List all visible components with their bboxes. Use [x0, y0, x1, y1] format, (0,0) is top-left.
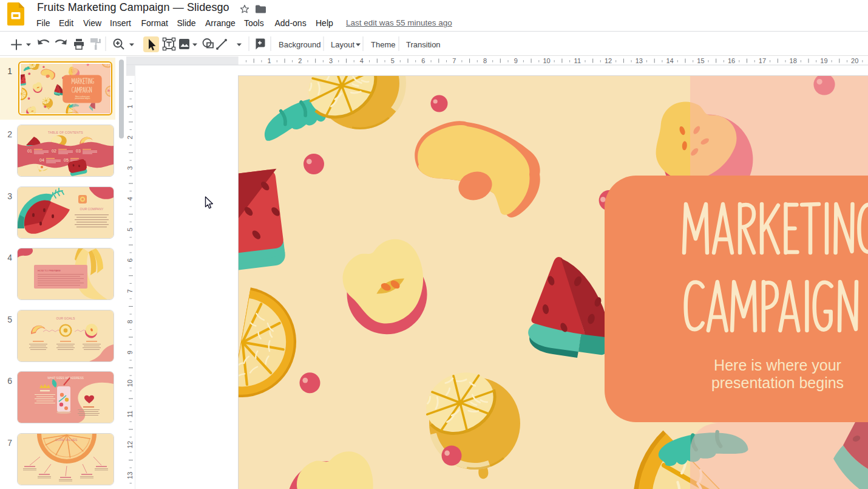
svg-text:7: 7	[126, 289, 134, 293]
svg-text:9: 9	[126, 351, 134, 354]
svg-text:4: 4	[126, 197, 134, 200]
svg-text:12: 12	[126, 441, 134, 448]
svg-text:11: 11	[126, 411, 134, 417]
svg-text:13: 13	[126, 472, 134, 479]
svg-text:2: 2	[126, 135, 134, 139]
svg-text:5: 5	[126, 228, 134, 231]
svg-text:3: 3	[126, 166, 134, 170]
svg-text:10: 10	[126, 380, 134, 387]
svg-text:8: 8	[126, 320, 134, 324]
svg-text:1: 1	[126, 104, 134, 108]
svg-text:6: 6	[126, 258, 134, 262]
